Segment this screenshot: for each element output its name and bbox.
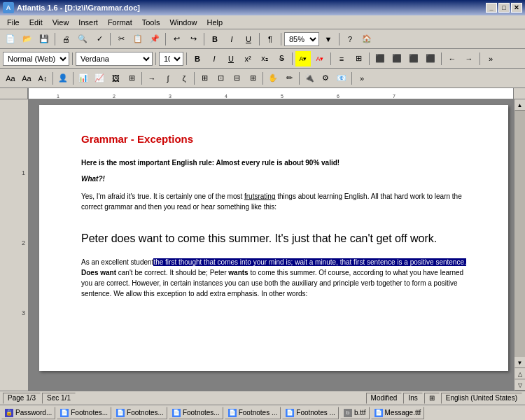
zoom-select[interactable]: 85% [284,32,319,46]
scroll-up-button[interactable]: ▲ [514,99,526,111]
menu-edit[interactable]: Edit [25,17,47,28]
doc-large-text: Peter does want to come this summer. It'… [81,231,466,246]
tb3-5[interactable]: 📊 [76,71,91,86]
scroll-page-up[interactable]: △ [514,368,526,379]
save-button[interactable]: 💾 [36,31,52,47]
tb3-15[interactable]: ⊞ [245,71,260,86]
window-controls[interactable]: _ □ ✕ [486,3,522,13]
toolbar-main: 📄 📂 💾 🖨 🔍 ✓ ✂ 📋 📌 ↩ ↪ B I U ¶ 85% ▼ ? 🏠 [0,29,525,49]
more-button[interactable]: » [483,51,498,66]
superscript-button[interactable]: x² [240,51,255,66]
scroll-page-down[interactable]: ▽ [514,379,526,391]
tb3-9[interactable]: → [144,71,160,86]
tb3-17[interactable]: ✏ [281,71,297,86]
numbering-button[interactable]: ⊞ [351,51,366,66]
task-password[interactable]: 🔒 Password... [1,407,55,419]
tb3-10[interactable]: ∫ [160,71,176,86]
menu-view[interactable]: View [48,17,74,28]
fmt-italic-button[interactable]: I [206,51,222,66]
tb3-6[interactable]: 📈 [92,71,107,86]
paste-button[interactable]: 📌 [147,31,162,47]
ruler-mark-6: 6 [337,94,340,99]
tb3-8[interactable]: ⊞ [124,71,139,86]
sep2 [110,33,111,46]
font-color-button[interactable]: A▾ [312,51,328,66]
doc-para4: As an excellent studentthe first thought… [81,257,466,299]
bold-button[interactable]: B [207,31,223,47]
pilcrow-button[interactable]: ¶ [262,31,278,47]
ruler-mark-4: 4 [225,94,227,99]
subscript-button[interactable]: x₂ [257,51,272,66]
tb3-18[interactable]: 🔌 [302,71,317,86]
menu-insert[interactable]: Insert [74,17,102,28]
size-select[interactable]: 10 [159,52,183,66]
task-footnotes-1[interactable]: 📄 Footnotes... [57,407,111,419]
tb3-14[interactable]: ⊟ [229,71,244,86]
help-button[interactable]: ? [342,31,358,47]
tb3-sep2 [73,72,74,85]
copy-button[interactable]: 📋 [130,31,146,47]
highlight-button[interactable]: A▾ [295,51,311,66]
indent-dec-button[interactable]: ← [444,51,460,66]
spell-button[interactable]: ✓ [92,31,107,47]
menu-file[interactable]: File [3,17,24,28]
ruler-mark-5: 5 [281,94,284,99]
preview-button[interactable]: 🔍 [75,31,90,47]
open-button[interactable]: 📂 [20,31,35,47]
tb3-19[interactable]: ⚙ [318,71,333,86]
tb3-13[interactable]: ⊡ [213,71,228,86]
menu-format[interactable]: Format [104,17,136,28]
italic-button[interactable]: I [224,31,239,47]
redo-button[interactable]: ↪ [186,31,201,47]
cut-button[interactable]: ✂ [113,31,129,47]
menu-tools[interactable]: Tools [138,17,164,28]
minimize-button[interactable]: _ [486,3,497,13]
undo-button[interactable]: ↩ [169,31,184,47]
maximize-button[interactable]: □ [498,3,510,13]
align-right-button[interactable]: ⬛ [406,51,421,66]
bullets-button[interactable]: ≡ [334,51,349,66]
tb3-11[interactable]: ζ [176,71,192,86]
task-footnotes-2[interactable]: 📄 Footnotes... [113,407,167,419]
fmt-bold-button[interactable]: B [190,51,205,66]
tb3-2[interactable]: Aa [19,71,34,86]
tb3-4[interactable]: 👤 [55,71,71,86]
tb3-12[interactable]: ⊞ [197,71,212,86]
tb3-1[interactable]: Aa [3,71,18,86]
indent-inc-button[interactable]: → [461,51,477,66]
task-bttf[interactable]: b b.ttf [340,407,370,419]
tb3-3[interactable]: A↕ [35,71,50,86]
document-area[interactable]: Grammar - Exceptions Here is the most im… [28,99,514,391]
tb3-21[interactable]: » [354,71,370,86]
task-footnotes-3[interactable]: 📄 Footnotes... [169,407,223,419]
tb3-sep3 [141,72,142,85]
scroll-down-button[interactable]: ▼ [514,357,526,368]
task-footnotes-4[interactable]: 📄 Footnotes ... [225,407,281,419]
menu-window[interactable]: Window [165,17,201,28]
tb3-sep4 [194,72,195,85]
task-label-footnotes5: Footnotes ... [296,409,335,416]
task-icon-password: 🔒 [5,409,13,417]
align-left-button[interactable]: ⬛ [372,51,388,66]
close-button[interactable]: ✕ [511,3,522,13]
task-message[interactable]: 📄 Message.ttf [371,407,425,419]
menu-help[interactable]: Help [203,17,227,28]
home-button[interactable]: 🏠 [359,31,374,47]
style-select[interactable]: Normal (Web) [3,52,69,66]
tb3-16[interactable]: ✋ [265,71,281,86]
align-justify-button[interactable]: ⬛ [423,51,438,66]
task-footnotes-5[interactable]: 📄 Footnotes ... [282,407,339,419]
zoom-dropdown[interactable]: ▼ [321,31,336,47]
print-button[interactable]: 🖨 [58,31,74,47]
task-label-footnotes3: Footnotes... [183,409,220,416]
font-select[interactable]: Verdana [76,52,153,66]
underline-button[interactable]: U [241,31,256,47]
new-button[interactable]: 📄 [3,31,18,47]
tb3-20[interactable]: 📧 [334,71,349,86]
vertical-scrollbar[interactable]: ▲ ▼ △ ▽ [514,99,525,391]
tb3-7[interactable]: 🖼 [108,71,123,86]
align-center-button[interactable]: ⬛ [389,51,405,66]
fmt-underline-button[interactable]: U [223,51,239,66]
strikethrough-button[interactable]: S̶ [274,51,289,66]
scroll-track[interactable] [514,111,526,357]
